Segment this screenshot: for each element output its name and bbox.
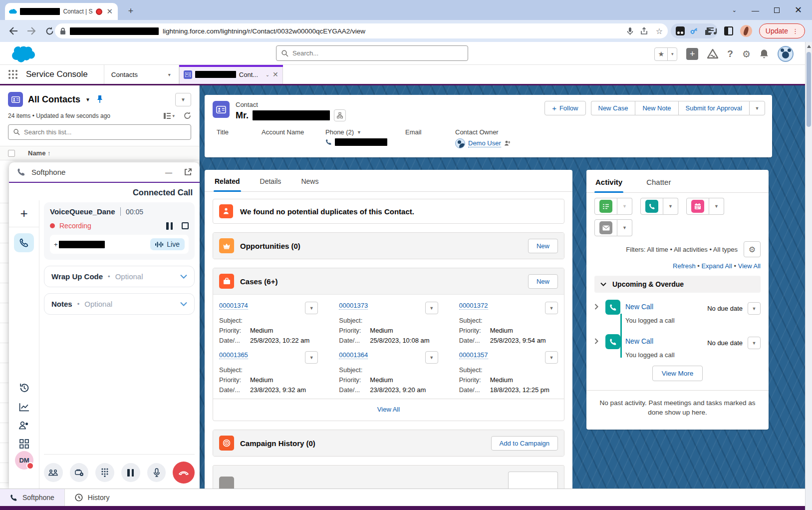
password-key-icon[interactable]	[689, 26, 699, 36]
pause-recording-icon[interactable]	[166, 222, 173, 230]
add-to-campaign-button[interactable]: Add to Campaign	[491, 436, 558, 451]
new-note-button[interactable]: New Note	[635, 101, 678, 115]
popout-icon[interactable]	[184, 168, 192, 176]
tab-close-icon[interactable]: ✕	[105, 7, 114, 16]
scrollbar-up-icon[interactable]	[807, 45, 811, 48]
expand-all-link[interactable]: Expand All	[701, 262, 732, 270]
campaign-title-link[interactable]: Campaign History (0)	[240, 439, 315, 448]
log-call-button[interactable]: ▼	[640, 198, 678, 215]
window-close-icon[interactable]: ✕	[795, 4, 802, 15]
browser-profile-avatar[interactable]	[740, 25, 752, 37]
notifications-bell-icon[interactable]	[760, 49, 769, 59]
tab-news[interactable]: News	[300, 171, 319, 191]
wrapup-code-section[interactable]: Wrap Up Code • Optional	[44, 266, 195, 287]
utility-history-tab[interactable]: History	[65, 489, 120, 506]
refresh-activity-link[interactable]: Refresh	[673, 262, 696, 270]
new-task-button[interactable]: ▼	[594, 198, 632, 215]
new-case-related-button[interactable]: New	[528, 274, 558, 289]
case-actions-dropdown[interactable]: ▼	[305, 351, 318, 364]
list-view-title[interactable]: All Contacts	[28, 94, 80, 105]
chevron-down-icon[interactable]	[180, 274, 187, 279]
partial-section-button[interactable]	[508, 472, 558, 489]
contacts-directory-icon[interactable]	[18, 421, 29, 430]
address-bar[interactable]: lightning.force.com/lightning/r/Contact/…	[55, 23, 668, 38]
workspace-tab-close-icon[interactable]: ✕	[272, 70, 278, 78]
change-owner-icon[interactable]	[504, 140, 511, 146]
case-actions-dropdown[interactable]: ▼	[305, 302, 318, 314]
global-actions-icon[interactable]: +	[686, 48, 698, 60]
refresh-icon[interactable]	[184, 112, 191, 119]
bookmark-star-icon[interactable]: ☆	[656, 26, 663, 36]
window-minimize-icon[interactable]: —	[752, 6, 759, 14]
display-as-icon[interactable]: ▾	[164, 112, 175, 119]
scrollbar-thumb[interactable]	[807, 52, 811, 127]
page-scrollbar[interactable]	[805, 42, 812, 510]
list-view-dropdown-icon[interactable]: ▼	[85, 97, 90, 102]
case-number-link[interactable]: 00001374	[219, 302, 248, 310]
apps-grid-icon[interactable]	[19, 439, 29, 449]
stop-recording-icon[interactable]	[182, 222, 189, 229]
tab-activity[interactable]: Activity	[594, 172, 623, 192]
workspace-tab-dropdown-icon[interactable]: ⌄	[266, 72, 270, 77]
case-number-link[interactable]: 00001372	[459, 302, 488, 310]
new-tab-button[interactable]: +	[125, 5, 137, 17]
chevron-right-icon[interactable]	[594, 334, 605, 344]
transfer-device-icon[interactable]	[70, 463, 89, 482]
tab-details[interactable]: Details	[259, 171, 282, 191]
mic-icon[interactable]	[627, 27, 633, 35]
case-actions-dropdown[interactable]: ▼	[545, 351, 558, 364]
phone-dropdown-icon[interactable]: ▼	[357, 130, 361, 135]
view-hierarchy-button[interactable]	[334, 109, 346, 121]
case-number-link[interactable]: 00001373	[339, 302, 368, 310]
case-actions-dropdown[interactable]: ▼	[425, 351, 438, 364]
agent-avatar[interactable]: DM	[15, 451, 33, 470]
end-call-button[interactable]	[173, 462, 195, 484]
workspace-tab-contact[interactable]: Cont... ⌄ ✕	[179, 65, 283, 84]
tab-related[interactable]: Related	[214, 171, 241, 191]
window-menu-icon[interactable]: ⌄	[732, 7, 737, 13]
back-button[interactable]	[6, 23, 21, 38]
share-icon[interactable]	[640, 27, 649, 35]
setup-gear-icon[interactable]: ⚙	[742, 48, 751, 60]
hold-pause-icon[interactable]	[121, 463, 140, 482]
pin-icon[interactable]	[96, 95, 103, 104]
stats-chart-icon[interactable]	[19, 403, 29, 412]
opportunities-title-link[interactable]: Opportunities (0)	[240, 242, 300, 250]
chevron-right-icon[interactable]	[594, 300, 605, 310]
utility-softphone-tab[interactable]: Softphone	[0, 489, 65, 506]
more-actions-dropdown[interactable]: ▼	[749, 101, 765, 115]
browser-update-button[interactable]: Update ⋮	[759, 23, 805, 38]
call-history-icon[interactable]	[19, 383, 29, 393]
view-more-button[interactable]: View More	[652, 366, 703, 381]
active-call-tab-icon[interactable]	[14, 233, 34, 252]
task-dropdown-icon[interactable]: ▼	[617, 198, 632, 215]
favorites-dropdown-icon[interactable]: ▾	[668, 48, 677, 60]
global-search-input[interactable]	[292, 49, 463, 57]
new-opportunity-button[interactable]: New	[528, 239, 558, 253]
browser-tab[interactable]: Contact | Sal ✕	[5, 3, 118, 20]
user-avatar[interactable]	[778, 46, 794, 62]
reading-list-icon[interactable]	[707, 27, 717, 35]
app-launcher-icon[interactable]	[0, 65, 26, 84]
event-dropdown-icon[interactable]: ▼	[709, 198, 724, 215]
new-case-button[interactable]: New Case	[591, 101, 635, 115]
new-call-link[interactable]: New Call	[625, 337, 653, 345]
new-call-link[interactable]: New Call	[625, 303, 653, 311]
tab-chatter[interactable]: Chatter	[645, 172, 672, 192]
side-panel-icon[interactable]	[724, 26, 733, 35]
email-button[interactable]: ▼	[594, 219, 632, 236]
favorites-button[interactable]: ★▾	[654, 47, 677, 61]
case-number-link[interactable]: 00001365	[219, 351, 248, 359]
help-icon[interactable]: ?	[727, 48, 733, 59]
follow-button[interactable]: +Follow	[544, 101, 585, 115]
cases-title-link[interactable]: Cases (6+)	[240, 277, 277, 286]
window-maximize-icon[interactable]	[774, 7, 780, 13]
browser-menu-icon[interactable]: ⋮	[792, 27, 799, 35]
timeline-item-dropdown[interactable]: ▼	[748, 302, 761, 315]
owner-link[interactable]: Demo User	[468, 139, 501, 147]
forward-button[interactable]	[24, 23, 39, 38]
email-dropdown-icon[interactable]: ▼	[617, 219, 632, 236]
select-all-checkbox[interactable]	[8, 150, 15, 157]
minimize-icon[interactable]: —	[165, 168, 172, 176]
activity-filter-gear-icon[interactable]: ⚙	[744, 241, 761, 257]
